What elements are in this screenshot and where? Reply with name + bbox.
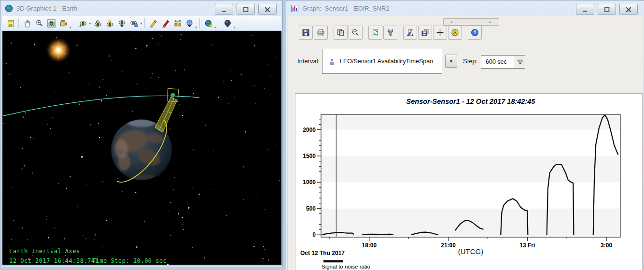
x-tick-label: 13 Fri xyxy=(519,242,535,249)
star xyxy=(204,257,205,258)
star xyxy=(132,111,133,112)
3d-viewport[interactable]: Earth Inertial Axes 12 Oct 2017 16:44:38… xyxy=(2,31,281,265)
measure-button[interactable]: AB xyxy=(171,17,183,29)
star xyxy=(192,247,193,248)
star xyxy=(54,227,55,228)
draw-button[interactable] xyxy=(159,17,171,29)
star xyxy=(159,175,160,176)
step-spin-button[interactable] xyxy=(515,56,525,68)
star xyxy=(79,103,80,104)
globe-window-icon xyxy=(5,4,13,13)
ruler-icon: AB xyxy=(173,19,182,28)
time-step-icon xyxy=(517,59,523,65)
star xyxy=(46,216,47,217)
chart-panel[interactable]: 050010001500200018:0021:0013 Fri3:00Sens… xyxy=(295,93,643,270)
close-button[interactable] xyxy=(619,4,638,15)
view-from-to-button[interactable] xyxy=(77,17,89,29)
snr-chart: 050010001500200018:0021:0013 Fri3:00Sens… xyxy=(295,94,642,270)
svg-text:?: ? xyxy=(473,30,476,35)
star xyxy=(66,62,67,63)
legend-label: Signal to noise ratio xyxy=(322,264,370,270)
home-view-button[interactable] xyxy=(92,17,104,29)
globe-manager-button[interactable] xyxy=(183,17,196,29)
rotate-view-button[interactable] xyxy=(128,17,140,29)
star xyxy=(86,185,87,185)
filter-data-button[interactable] xyxy=(383,26,397,40)
star xyxy=(218,97,219,98)
star xyxy=(103,79,104,80)
help-button[interactable]: ? xyxy=(468,26,482,40)
print-button[interactable] xyxy=(314,26,328,40)
earth-central-body-button[interactable] xyxy=(202,17,214,29)
window-title: 3D Graphics 1 - Earth xyxy=(16,5,77,12)
plot-band xyxy=(321,156,620,182)
close-button[interactable] xyxy=(258,4,277,15)
star xyxy=(37,113,38,114)
interval-dropdown-button[interactable]: ▼ xyxy=(445,55,457,68)
eye-north-icon: N xyxy=(106,19,114,28)
toolbar-overflow-icon[interactable]: ▾ xyxy=(234,26,236,29)
star xyxy=(99,86,100,87)
y-tick-label: 2000 xyxy=(303,127,316,133)
save-button[interactable] xyxy=(299,26,313,40)
zoom-button[interactable] xyxy=(33,17,45,29)
toolbar-overflow-icon[interactable]: ▾ xyxy=(214,26,216,29)
view-dropdown-caret[interactable]: ▾ xyxy=(89,21,91,26)
maximize-button[interactable] xyxy=(237,4,255,15)
save-data-button[interactable] xyxy=(418,26,432,40)
minimize-button[interactable] xyxy=(576,4,594,15)
record-movie-button[interactable] xyxy=(57,17,70,29)
refresh-button[interactable] xyxy=(368,26,382,40)
star xyxy=(122,191,123,192)
eye-home-icon xyxy=(94,19,102,28)
viewer-position-button[interactable] xyxy=(222,17,234,29)
interval-listbox[interactable]: LEO/Sensor1 AvailabilityTimeSpan xyxy=(322,49,442,74)
clock-icon xyxy=(451,28,459,37)
svg-text:B: B xyxy=(179,19,181,22)
minimize-button[interactable] xyxy=(215,4,233,15)
rotate-dropdown-caret[interactable]: ▾ xyxy=(140,21,142,26)
star xyxy=(30,137,31,138)
star xyxy=(65,255,66,256)
hand-icon xyxy=(23,19,31,28)
toolbar-overflow-icon[interactable]: ▾ xyxy=(70,26,71,29)
star xyxy=(21,169,22,170)
star xyxy=(181,34,182,35)
snapshot-button[interactable] xyxy=(45,17,57,29)
star xyxy=(13,220,14,221)
y-tick-label: 1000 xyxy=(303,179,316,185)
eye-arrow-icon xyxy=(79,19,87,28)
view-properties-button[interactable] xyxy=(5,17,17,29)
star xyxy=(188,207,190,209)
graph-toolbar: ? xyxy=(299,26,483,40)
step-field[interactable]: 600 sec xyxy=(481,55,525,69)
x-axis-date-label: Oct 12 Thu 2017 xyxy=(300,250,345,256)
star xyxy=(280,180,280,181)
clock-button[interactable] xyxy=(448,26,462,40)
star xyxy=(169,128,170,129)
pan-button[interactable] xyxy=(21,17,33,29)
star xyxy=(69,72,70,73)
copy-button[interactable] xyxy=(334,26,348,40)
north-up-view-button[interactable]: N xyxy=(104,17,116,29)
star xyxy=(263,246,264,247)
nadir-view-button[interactable] xyxy=(116,17,128,29)
toolbar-collapse-handle[interactable]: ▲ · · · · · · · · ▲ xyxy=(443,18,499,26)
star xyxy=(102,181,103,182)
star xyxy=(192,187,193,188)
zoom-out-button[interactable] xyxy=(349,26,363,40)
star xyxy=(183,229,184,230)
desktop: { "desktop": {"bg": "#b9cbe0"}, "left_wi… xyxy=(0,0,644,270)
crosshair-button[interactable] xyxy=(433,26,447,40)
toolbar-overflow-icon[interactable]: ▾ xyxy=(196,26,197,29)
star xyxy=(6,63,7,64)
satellite-marker[interactable] xyxy=(171,93,175,98)
star xyxy=(9,74,10,75)
maximize-button[interactable] xyxy=(598,4,616,15)
pencil-icon xyxy=(161,19,169,28)
window-graph: Graph: Sensor1 - EOIR_SNR2 ▲ · · · · · ·… xyxy=(286,0,644,270)
highlight-button[interactable] xyxy=(147,17,159,29)
star xyxy=(84,97,85,98)
star xyxy=(23,117,24,118)
report-wizard-button[interactable] xyxy=(403,26,417,40)
